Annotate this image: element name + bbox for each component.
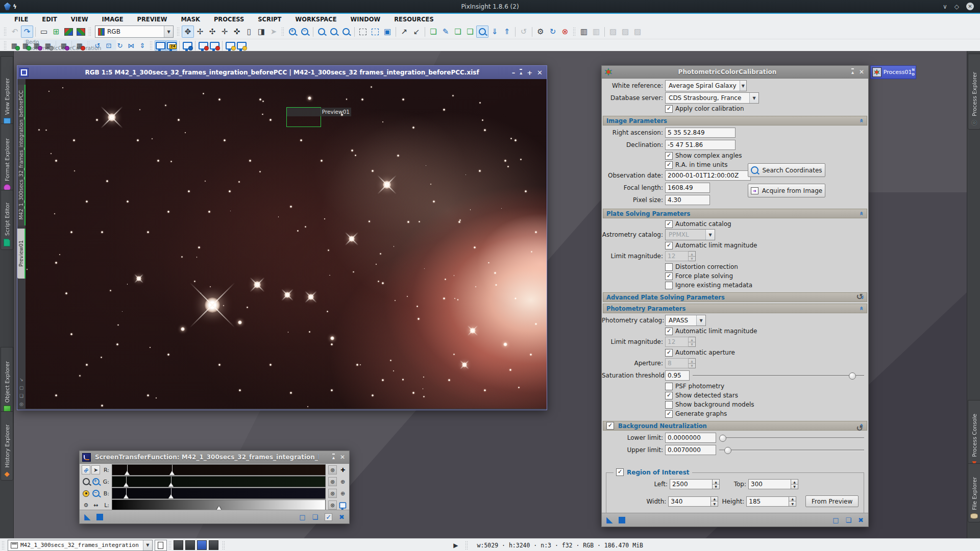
section-advanced-plate-solving[interactable]: Advanced Plate Solving Parameters«: [603, 292, 867, 302]
preview-rectangle[interactable]: Preview01: [286, 107, 321, 127]
zoom-out-icon[interactable]: −: [299, 26, 311, 38]
menu-process[interactable]: PROCESS: [214, 16, 244, 23]
psf-photometry-checkbox[interactable]: [665, 383, 673, 390]
center-view-icon[interactable]: ✛: [218, 26, 231, 38]
mask-show-icon[interactable]: ▥: [578, 26, 590, 38]
stf-green-histogram[interactable]: [112, 476, 326, 487]
screen-warn-all-icon[interactable]: [236, 40, 247, 51]
image-shade-icon[interactable]: ▴: [520, 69, 522, 77]
mask-hide-icon[interactable]: ▥: [590, 26, 602, 38]
clone-region-icon[interactable]: [369, 26, 381, 38]
save-process-icon[interactable]: ⇑: [501, 26, 513, 38]
roi-width-spinner[interactable]: 340 ▲▼: [668, 496, 718, 507]
load-process-icon[interactable]: ⇓: [488, 26, 501, 38]
image-close-icon[interactable]: ✕: [537, 69, 543, 77]
stf-reset-red-icon[interactable]: ⊗: [328, 465, 337, 474]
screen-stf-icon[interactable]: [155, 40, 166, 51]
sidebar-tab-object-explorer[interactable]: Object Explorer: [1, 347, 13, 416]
process-save-icon[interactable]: ▦: [31, 40, 42, 51]
show-background-models-checkbox[interactable]: [665, 401, 673, 409]
search-coordinates-button[interactable]: Search Coordinates: [748, 163, 825, 177]
show-complex-angles-checkbox[interactable]: [665, 152, 673, 160]
process-delete-icon[interactable]: ▦: [74, 40, 85, 51]
stf-edit-mode-icon[interactable]: ➤: [91, 465, 100, 474]
view-tab-preview01[interactable]: Preview01: [17, 229, 26, 279]
statusbar-drag-handle[interactable]: [2, 541, 5, 550]
fit-view-icon[interactable]: ▢: [19, 385, 24, 390]
stf-titlebar[interactable]: ScreenTransferFunction: M42_1_300secs_32…: [80, 451, 349, 464]
stf-zoom-out-blue-icon[interactable]: −: [91, 489, 100, 498]
expand-window-icon[interactable]: ↗: [398, 26, 410, 38]
target-icon[interactable]: ◎: [19, 402, 23, 407]
statusbar-drag-handle[interactable]: [465, 541, 469, 550]
dec-field[interactable]: -5 47 51.86: [665, 140, 736, 150]
stf-blue-histogram[interactable]: [112, 488, 326, 499]
screen-close-all-icon[interactable]: [209, 40, 220, 51]
stf-shade-icon[interactable]: ▴: [332, 454, 335, 461]
menu-view[interactable]: VIEW: [71, 16, 88, 23]
statusbar-drag-handle[interactable]: [222, 541, 226, 550]
screen-close-icon[interactable]: [198, 40, 209, 51]
menu-mask[interactable]: MASK: [181, 16, 200, 23]
zoom-fit-view-icon[interactable]: [328, 26, 340, 38]
process-new-icon[interactable]: ▦: [20, 40, 31, 51]
mask-remove-icon[interactable]: ▨: [631, 26, 644, 38]
track-view-check-icon[interactable]: ✓: [325, 513, 332, 521]
zoom-in-icon[interactable]: +: [286, 26, 299, 38]
shrink-window-icon[interactable]: ↙: [410, 26, 423, 38]
mask-invert-icon[interactable]: ▨: [607, 26, 619, 38]
toolbar-drag-handle[interactable]: [177, 27, 180, 36]
image-minimize-icon[interactable]: –: [512, 69, 516, 77]
zoom-optimal-icon[interactable]: [340, 26, 352, 38]
collapse-icon[interactable]: «: [858, 306, 865, 310]
history-icon[interactable]: ↺: [518, 26, 530, 38]
image-window-titlebar[interactable]: RGB 1:5 M42_1_300secs_32_frames_integrat…: [17, 66, 547, 79]
stf-zoom-in-blue-icon[interactable]: +: [91, 477, 100, 486]
stf-screen-icon[interactable]: [338, 500, 347, 510]
flip-vertical-icon[interactable]: ⇕: [137, 40, 148, 51]
stf-highlight-icon[interactable]: ⊕: [338, 489, 347, 498]
white-reference-select[interactable]: Average Spiral Galaxy▼: [665, 80, 747, 91]
new-window-icon[interactable]: ⊞: [50, 26, 62, 38]
sidebar-tab-process-console[interactable]: Process Console▼: [968, 400, 980, 469]
stf-reset-blue-icon[interactable]: ⊗: [328, 489, 337, 498]
sidebar-tab-process-explorer[interactable]: Process Explorer⚙: [968, 54, 980, 130]
menu-image[interactable]: IMAGE: [102, 16, 124, 23]
lower-limit-slider[interactable]: [719, 433, 864, 442]
stf-black-point-icon[interactable]: ✚: [338, 465, 347, 474]
fit-window-icon[interactable]: ✣: [206, 26, 218, 38]
sidebar-tab-history-explorer[interactable]: History Explorer◆: [1, 411, 13, 481]
phot-automatic-limit-checkbox[interactable]: [665, 328, 673, 335]
process-list-icon[interactable]: ▦: [42, 40, 54, 51]
edit-instance-icon[interactable]: □: [299, 513, 305, 521]
upper-limit-slider[interactable]: [719, 445, 864, 455]
layers-icon[interactable]: ❏: [19, 393, 23, 398]
stf-reset-green-icon[interactable]: ⊗: [328, 477, 337, 486]
statusbar-drag-handle[interactable]: [168, 541, 172, 550]
roi-left-spinner[interactable]: 2500 ▲▼: [670, 479, 720, 489]
toolbar-drag-handle[interactable]: [573, 27, 576, 36]
edit-instance-icon[interactable]: □: [832, 516, 839, 524]
browse-documentation-icon[interactable]: ❏: [845, 516, 851, 524]
pixel-size-field[interactable]: 4.30: [665, 195, 710, 205]
ignore-existing-metadata-checkbox[interactable]: [665, 282, 673, 289]
clone-process-icon[interactable]: ❏: [452, 26, 464, 38]
roi-height-spinner[interactable]: 185 ▲▼: [746, 496, 796, 507]
mask-toggle-icon[interactable]: ▨: [619, 26, 631, 38]
astro-image-canvas[interactable]: Preview01: [26, 79, 547, 409]
menu-file[interactable]: FILE: [14, 16, 28, 23]
identifier-icon[interactable]: ▭: [38, 26, 50, 38]
sidebar-tab-script-editor[interactable]: Script Editor: [1, 190, 13, 250]
menu-resources[interactable]: RESOURCES: [394, 16, 434, 23]
saturation-threshold-slider[interactable]: [693, 371, 864, 380]
rgb-image-2-icon[interactable]: [75, 26, 87, 38]
stf-zoom-in-icon[interactable]: [82, 477, 90, 486]
move-tool-icon[interactable]: ✥: [182, 26, 194, 38]
stf-dialog[interactable]: ScreenTransferFunction: M42_1_300secs_32…: [79, 450, 350, 524]
force-plate-solving-checkbox[interactable]: [665, 272, 673, 280]
ra-time-units-checkbox[interactable]: [665, 161, 673, 169]
section-plate-solving[interactable]: Plate Solving Parameters«: [603, 209, 867, 218]
reload-process-icon[interactable]: ↻: [547, 26, 559, 38]
plate-solving-reset-icon[interactable]: ↺: [856, 292, 863, 302]
menu-script[interactable]: SCRIPT: [258, 16, 281, 23]
